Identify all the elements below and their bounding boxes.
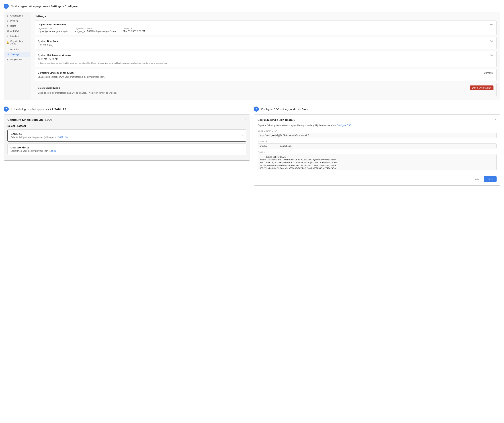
sso-url-label: Single Sign-On URL ℹ xyxy=(258,130,497,132)
billing-icon: ≡ xyxy=(6,25,9,27)
saml-name: SAML 2.0 xyxy=(11,133,68,135)
step-3-text: Configure SSO settings and click Save. xyxy=(261,108,309,111)
dialog-2: Configure Single Sign-On (SSO) × Copy th… xyxy=(254,115,500,186)
org-info-title: Organization Information xyxy=(38,23,66,26)
sidebar-label-billing: Billing xyxy=(10,25,16,27)
okta-name: Okta Workforce xyxy=(11,146,56,149)
dialog-1-close-button[interactable]: × xyxy=(245,118,246,121)
created-at-label: Created At xyxy=(123,27,145,30)
step-1-bold1: Settings xyxy=(51,5,61,8)
timezone-value: (+08:00) Beijing xyxy=(38,44,493,47)
sidebar-label-recycle-bin: Recycle Bin xyxy=(10,58,22,61)
dialog-2-footer: Back Save xyxy=(258,174,497,182)
sidebar-label-api-keys: API Keys xyxy=(10,30,19,32)
delete-org-button[interactable]: Delete Organization xyxy=(470,85,493,90)
org-info-meta: Organization ID org-oxrlijyrhdewqrsgasts… xyxy=(38,27,493,32)
maintenance-note: ℹ System maintenance may lead to slight … xyxy=(38,62,493,64)
dialog-1: Configure Single Sign-On (SSO) × Select … xyxy=(4,115,250,161)
configure-button[interactable]: Configure xyxy=(484,72,493,74)
projects-icon: □ xyxy=(6,20,9,22)
okta-link[interactable]: Okta xyxy=(51,150,56,152)
activities-icon: 〜 xyxy=(6,48,9,51)
sidebar-label-organization-alerts: Organization Alerts xyxy=(10,40,28,45)
step-1-text: On the organization page, select Setting… xyxy=(11,5,78,8)
org-id-field: Organization ID org-oxrlijyrhdewqrsgasts… xyxy=(38,27,67,32)
dialog-2-title: Configure Single Sign-On (SSO) × xyxy=(258,118,497,121)
entity-id-input[interactable] xyxy=(258,143,497,149)
org-id-label: Organization ID xyxy=(38,27,67,30)
step-2-bold1: SAML 2.0 xyxy=(54,108,66,111)
org-name-label: Organization Name xyxy=(75,27,116,30)
timezone-header: System Time Zone Edit xyxy=(38,40,493,42)
info-icon: ℹ xyxy=(38,62,38,64)
maintenance-section: System Maintenance Window Edit 02:00 AM … xyxy=(35,51,497,67)
settings-icon: ⚙ xyxy=(7,53,10,56)
timezone-title: System Time Zone xyxy=(38,40,59,42)
dialog-1-title: Configure Single Sign-On (SSO) × xyxy=(7,118,246,121)
okta-chevron-icon: › xyxy=(242,148,243,151)
sidebar-item-organization-alerts[interactable]: 🔔 Organization Alerts xyxy=(4,39,31,46)
sidebar-item-recycle-bin[interactable]: 🗑 Recycle Bin xyxy=(4,57,31,62)
sidebar-item-activities[interactable]: 〜 Activities xyxy=(4,46,31,52)
step-1-header: 1 On the organization page, select Setti… xyxy=(4,4,500,9)
sidebar-item-api-keys[interactable]: ⚿ API Keys xyxy=(4,29,31,34)
step-2-header: 2 In the dialog box that appears, click … xyxy=(4,107,250,112)
delete-org-description: Once deleted, all organization data will… xyxy=(38,92,493,94)
sidebar-item-billing[interactable]: ≡ Billing xyxy=(4,24,31,29)
api-keys-icon: ⚿ xyxy=(6,30,9,32)
dialog-2-close-button[interactable]: × xyxy=(495,118,497,121)
sidebar-label-members: Members xyxy=(10,35,19,37)
certificate-field: Certificate ℹ -----BEGIN CERTIFICATE----… xyxy=(258,151,497,171)
org-id-value: org-oxrlijyrhdewqrsgastsmop ⧉ xyxy=(38,30,67,32)
created-at-field: Created At May 25, 2023 5:27 PM xyxy=(123,27,145,32)
org-info-edit-button[interactable]: Edit xyxy=(490,24,493,26)
sidebar-item-organization[interactable]: ⊞ Organization xyxy=(4,13,31,18)
org-name-field: Organization Name vdc_api_perf500@linshi… xyxy=(75,27,116,32)
step-1-bold2: Configure xyxy=(65,5,78,8)
copy-icon[interactable]: ⧉ xyxy=(66,30,67,32)
delete-org-section: Delete Organization Delete Organization … xyxy=(35,83,497,97)
maintenance-header: System Maintenance Window Edit xyxy=(38,54,493,56)
sidebar-item-members[interactable]: ☺ Members xyxy=(4,34,31,39)
alerts-icon: 🔔 xyxy=(6,41,9,44)
saml-chevron-icon: › xyxy=(242,134,243,137)
saml-option[interactable]: SAML 2.0 Select this if your identity pr… xyxy=(7,130,246,142)
certificate-info-icon: ℹ xyxy=(267,151,268,153)
sidebar-item-projects[interactable]: □ Projects xyxy=(4,18,31,24)
sidebar-label-organization: Organization xyxy=(10,14,23,17)
back-button[interactable]: Back xyxy=(471,176,482,182)
sso-header: Configure Single Sign-On (SSO) Configure xyxy=(38,72,493,74)
screenshot-panel-1: ⊞ Organization □ Projects ≡ Billing ⚿ AP… xyxy=(4,12,500,100)
certificate-label: Certificate ℹ xyxy=(258,151,497,153)
maintenance-title: System Maintenance Window xyxy=(38,54,71,56)
settings-title: Settings xyxy=(35,15,497,18)
step-1-circle: 1 xyxy=(4,4,9,9)
step-2-text: In the dialog box that appears, click SA… xyxy=(11,108,67,111)
bottom-left: 2 In the dialog box that appears, click … xyxy=(4,107,250,186)
timezone-section: System Time Zone Edit (+08:00) Beijing xyxy=(35,37,497,49)
sidebar-label-settings: Settings xyxy=(11,53,19,56)
save-button[interactable]: Save xyxy=(484,176,497,182)
org-info-section: Organization Information Edit Organizati… xyxy=(35,20,497,35)
maintenance-edit-button[interactable]: Edit xyxy=(490,54,493,56)
org-info-header: Organization Information Edit xyxy=(38,23,493,26)
org-name-value: vdc_api_perf500@linshiyouxiang.net's org xyxy=(75,30,116,32)
configure-sso-link[interactable]: Configure SSO xyxy=(337,124,352,127)
sidebar-item-settings[interactable]: ⚙ Settings xyxy=(5,52,30,57)
timezone-edit-button[interactable]: Edit xyxy=(490,40,493,42)
sso-section: Configure Single Sign-On (SSO) Configure… xyxy=(35,69,497,81)
okta-option[interactable]: Okta Workforce Select this if your ident… xyxy=(7,143,246,155)
sso-url-field: Single Sign-On URL ℹ xyxy=(258,130,497,138)
members-icon: ☺ xyxy=(6,35,9,37)
settings-main: Settings Organization Information Edit O… xyxy=(31,12,500,100)
certificate-input[interactable]: -----BEGIN CERTIFICATE----- MIIDHTCCAgWg… xyxy=(258,154,497,170)
sso-url-input[interactable] xyxy=(258,133,497,138)
bottom-right: 3 Configure SSO settings and click Save.… xyxy=(254,107,500,186)
sso-url-info-icon: ℹ xyxy=(276,130,277,132)
okta-option-content: Okta Workforce Select this if your ident… xyxy=(11,146,56,152)
sidebar: ⊞ Organization □ Projects ≡ Billing ⚿ AP… xyxy=(4,12,31,100)
sso-title: Configure Single Sign-On (SSO) xyxy=(38,72,74,74)
entity-id-label: Entity ID ℹ xyxy=(258,140,497,143)
bottom-row: 2 In the dialog box that appears, click … xyxy=(4,107,500,186)
saml-link[interactable]: SAML 2.0 xyxy=(58,136,67,139)
